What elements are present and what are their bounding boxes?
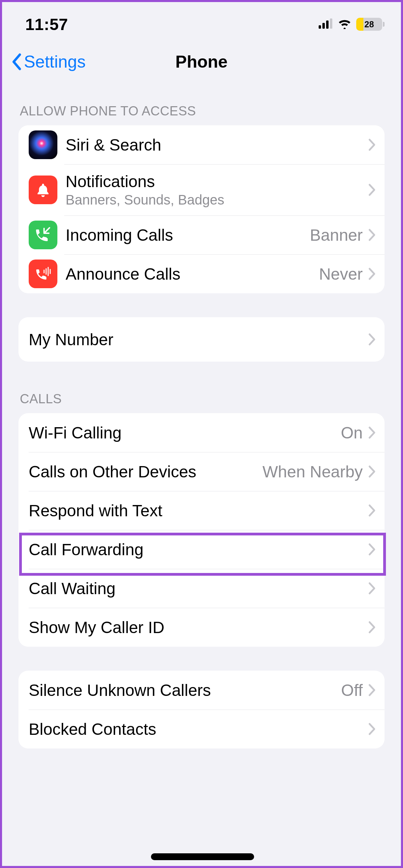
home-indicator xyxy=(151,853,254,860)
row-value: On xyxy=(341,423,363,442)
nav-bar: Settings Phone xyxy=(5,46,398,77)
row-label: Notifications xyxy=(66,172,368,191)
back-label: Settings xyxy=(24,52,86,72)
chevron-right-icon xyxy=(368,684,376,697)
chevron-right-icon xyxy=(368,267,376,280)
row-call-forwarding[interactable]: Call Forwarding xyxy=(18,530,385,569)
siri-icon xyxy=(29,130,57,159)
row-label: Announce Calls xyxy=(66,265,319,283)
row-value: When Nearby xyxy=(263,462,363,481)
back-button[interactable]: Settings xyxy=(12,52,86,72)
chevron-right-icon xyxy=(368,504,376,517)
chevron-left-icon xyxy=(12,53,22,70)
row-show-caller-id[interactable]: Show My Caller ID xyxy=(18,608,385,647)
chevron-right-icon xyxy=(368,138,376,151)
chevron-right-icon xyxy=(368,723,376,736)
status-bar: 11:57 28 xyxy=(5,2,398,46)
chevron-right-icon xyxy=(368,621,376,634)
row-notifications[interactable]: Notifications Banners, Sounds, Badges xyxy=(18,164,385,215)
cellular-signal-icon xyxy=(319,18,333,30)
row-my-number[interactable]: My Number xyxy=(18,317,385,362)
row-respond-with-text[interactable]: Respond with Text xyxy=(18,491,385,530)
chevron-right-icon xyxy=(368,426,376,439)
svg-rect-2 xyxy=(326,20,329,29)
section-header-calls: CALLS xyxy=(5,386,398,413)
row-label: Call Forwarding xyxy=(29,540,368,559)
row-announce-calls[interactable]: Announce Calls Never xyxy=(18,254,385,293)
row-call-waiting[interactable]: Call Waiting xyxy=(18,569,385,608)
svg-rect-1 xyxy=(322,23,325,29)
row-label: Respond with Text xyxy=(29,501,368,520)
chevron-right-icon xyxy=(368,582,376,595)
chevron-right-icon xyxy=(368,333,376,346)
chevron-right-icon xyxy=(368,183,376,196)
group-silence: Silence Unknown Callers Off Blocked Cont… xyxy=(18,671,385,748)
svg-rect-3 xyxy=(330,18,332,29)
notifications-icon xyxy=(29,176,57,204)
group-calls: Wi-Fi Calling On Calls on Other Devices … xyxy=(18,413,385,647)
row-label: Show My Caller ID xyxy=(29,618,368,637)
row-label: Silence Unknown Callers xyxy=(29,681,341,700)
row-siri-search[interactable]: Siri & Search xyxy=(18,125,385,164)
row-label: Calls on Other Devices xyxy=(29,462,263,481)
chevron-right-icon xyxy=(368,228,376,241)
row-label: Incoming Calls xyxy=(66,226,310,244)
incoming-call-icon xyxy=(29,221,57,249)
row-blocked-contacts[interactable]: Blocked Contacts xyxy=(18,710,385,748)
group-my-number: My Number xyxy=(18,317,385,362)
battery-indicator: 28 xyxy=(356,18,385,31)
row-label: Siri & Search xyxy=(66,136,368,154)
chevron-right-icon xyxy=(368,465,376,478)
svg-rect-0 xyxy=(319,25,321,29)
status-time: 11:57 xyxy=(25,15,68,34)
row-label: Blocked Contacts xyxy=(29,720,368,739)
row-incoming-calls[interactable]: Incoming Calls Banner xyxy=(18,215,385,254)
group-access: Siri & Search Notifications Banners, Sou… xyxy=(18,125,385,293)
row-value: Banner xyxy=(310,226,363,244)
row-label: My Number xyxy=(29,330,232,349)
redacted-phone-number xyxy=(232,330,365,349)
row-silence-unknown[interactable]: Silence Unknown Callers Off xyxy=(18,671,385,710)
row-calls-other-devices[interactable]: Calls on Other Devices When Nearby xyxy=(18,452,385,491)
row-wifi-calling[interactable]: Wi-Fi Calling On xyxy=(18,413,385,452)
chevron-right-icon xyxy=(368,543,376,556)
row-sublabel: Banners, Sounds, Badges xyxy=(66,192,368,208)
row-label: Wi-Fi Calling xyxy=(29,423,341,442)
row-value: Never xyxy=(319,265,363,283)
wifi-icon xyxy=(337,18,352,30)
row-label: Call Waiting xyxy=(29,579,368,598)
row-value: Off xyxy=(341,681,363,700)
battery-percentage: 28 xyxy=(356,18,382,31)
announce-calls-icon xyxy=(29,260,57,288)
section-header-access: ALLOW PHONE TO ACCESS xyxy=(5,98,398,125)
